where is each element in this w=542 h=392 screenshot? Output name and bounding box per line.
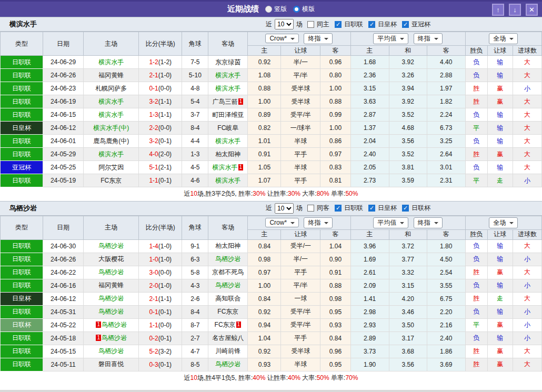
same-venue-checkbox[interactable] [307, 205, 314, 212]
col-avg-draw: 和 [389, 229, 427, 239]
result-wdl: 平 [465, 122, 487, 135]
arrow-down-icon: ↓ [513, 6, 517, 14]
league-filter-checkbox-3[interactable] [402, 205, 409, 212]
league-filter-checkbox-2[interactable] [368, 21, 375, 28]
radio-checked-icon[interactable] [293, 6, 300, 13]
odds-home: 0.82 [248, 122, 281, 135]
home-team: 横滨水手 [84, 56, 139, 69]
match-row: 日职联24-06-30鸟栖沙岩1-4(1-0)9-1柏太阳神0.84受半/一1.… [1, 239, 542, 253]
red-card-badge: 1 [96, 321, 101, 328]
result-wdl: 平 [465, 318, 487, 331]
league-badge: 日皇杯 [1, 292, 43, 305]
avg-home: 2.87 [350, 108, 389, 122]
col-avg-draw: 和 [389, 46, 427, 56]
match-score: 1-3(1-1) [139, 108, 182, 122]
col-result-goals: 进球数 [513, 229, 541, 239]
home-team: 鹿岛鹿角(中) [84, 135, 139, 148]
games-label: 场 [296, 20, 303, 29]
layout-vertical-option[interactable]: 竖版 [265, 5, 287, 14]
odds-source-dropdown[interactable]: Crow* [265, 34, 299, 43]
result-handicap: 输 [487, 279, 513, 292]
corner-score: 8-4 [182, 305, 208, 318]
league-badge: 日职联 [1, 69, 43, 82]
avg-home: 2.93 [350, 318, 389, 331]
result-handicap: 赢 [487, 95, 513, 108]
away-team: 横滨水手 [208, 82, 248, 95]
fulltime-dropdown[interactable]: 全场 [489, 33, 518, 44]
result-goals: 大 [513, 108, 541, 122]
result-goals: 大 [513, 69, 541, 82]
recent-count-select[interactable]: 10 [275, 203, 294, 214]
col-avg-home: 主 [350, 229, 389, 239]
corner-score: 5-8 [182, 266, 208, 279]
home-team: 札幌冈萨多 [84, 82, 139, 95]
red-card-badge: 1 [238, 98, 244, 105]
col-date: 日期 [43, 216, 84, 239]
average-final-dropdown[interactable]: 终指 [414, 217, 443, 228]
move-down-button[interactable]: ↓ [509, 4, 521, 16]
match-date: 24-06-30 [43, 239, 84, 253]
odds-final-dropdown[interactable]: 终指 [304, 33, 333, 44]
corner-score: 4-6 [182, 174, 208, 187]
team-section-yokohama: 横滨水手 近 10 场 同主 日职联 日皇杯 亚冠杯 [0, 17, 542, 201]
avg-draw: 3.52 [389, 148, 427, 161]
odds-away: 0.96 [320, 345, 350, 358]
odds-final-dropdown[interactable]: 终指 [304, 217, 333, 228]
move-up-button[interactable]: ↑ [492, 4, 504, 16]
odds-handicap: 平手 [281, 331, 320, 345]
match-date: 24-06-16 [43, 279, 84, 292]
avg-draw: 3.59 [389, 174, 427, 187]
avg-draw: 3.52 [389, 108, 427, 122]
match-score: 1-1(0-1) [139, 174, 182, 187]
league-filter-checkbox-1[interactable] [335, 21, 342, 28]
away-team: FC东京1 [208, 318, 248, 331]
result-goals: 大 [513, 266, 541, 279]
match-date: 24-06-19 [43, 95, 84, 108]
odds-away: 1.00 [320, 82, 350, 95]
fulltime-dropdown[interactable]: 全场 [489, 217, 518, 228]
odds-handicap: 一/球半 [281, 122, 320, 135]
same-venue-checkbox[interactable] [307, 21, 314, 28]
match-row: 日职联24-05-11磐田喜悦0-3(0-1)8-5鸟栖沙岩0.93半球0.95… [1, 358, 542, 371]
average-final-dropdown[interactable]: 终指 [414, 33, 443, 44]
col-date: 日期 [43, 32, 84, 56]
col-odds-home: 主 [248, 229, 281, 239]
layout-horizontal-option[interactable]: 横版 [293, 5, 315, 14]
odds-away: 0.96 [320, 56, 350, 69]
league-filter-checkbox-2[interactable] [368, 205, 375, 212]
avg-home: 1.41 [350, 292, 389, 305]
red-card-badge: 1 [238, 164, 244, 170]
odds-handicap: 半/一 [281, 56, 320, 69]
team-name: 横滨水手 [9, 19, 37, 29]
league-filter-checkbox-1[interactable] [335, 205, 342, 212]
result-handicap: 输 [487, 135, 513, 148]
corner-score: 2-7 [182, 331, 208, 345]
match-date: 24-05-19 [43, 174, 84, 187]
avg-home: 3.96 [350, 239, 389, 253]
radio-unchecked-icon[interactable] [265, 6, 272, 13]
odds-home: 0.98 [248, 253, 281, 266]
average-dropdown[interactable]: 平均值 [373, 217, 408, 228]
avg-draw: 3.56 [389, 135, 427, 148]
avg-draw: 3.77 [389, 253, 427, 266]
match-score: 3-2(1-1) [139, 95, 182, 108]
league-filter-label-3: 日联杯 [411, 204, 430, 213]
match-row: 日职联24-06-19横滨水手3-2(1-1)5-4广岛三箭11.00受半球0.… [1, 95, 542, 108]
result-wdl: 负 [465, 135, 487, 148]
odds-source-dropdown[interactable]: Crow* [265, 218, 299, 227]
result-wdl: 胜 [465, 148, 487, 161]
odds-away: 0.88 [320, 95, 350, 108]
result-goals: 大 [513, 56, 541, 69]
match-row: 日职联24-06-29横滨水手1-2(1-2)7-5东京绿茵0.92半/一0.9… [1, 56, 542, 69]
avg-away: 2.24 [427, 108, 465, 122]
recent-count-select[interactable]: 10 [275, 19, 294, 29]
away-team: 柏太阳神 [208, 148, 248, 161]
close-button[interactable]: ✕ [526, 4, 538, 16]
corner-score: 8-7 [182, 318, 208, 331]
league-filter-checkbox-3[interactable] [402, 21, 409, 28]
result-wdl: 胜 [465, 358, 487, 371]
average-dropdown[interactable]: 平均值 [373, 33, 408, 44]
odds-home: 1.07 [248, 174, 281, 187]
avg-draw: 3.50 [389, 318, 427, 331]
odds-handicap: 平手 [281, 266, 320, 279]
